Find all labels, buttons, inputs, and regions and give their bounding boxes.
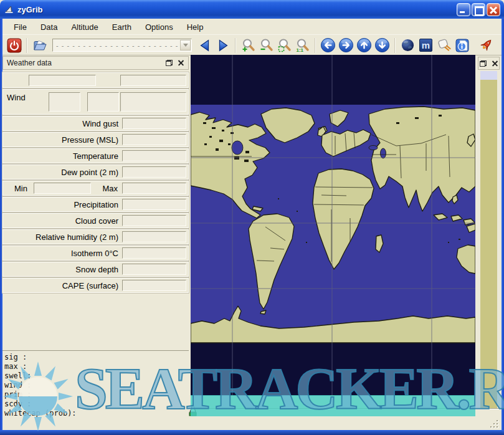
show-globe-button[interactable] [399,37,416,54]
weather-row-label: Snow depth [3,265,118,274]
move-down-button[interactable] [374,37,391,54]
weather-row-label: Cloud cover [3,216,118,226]
weather-value-box [122,118,186,129]
weather-row-precipitation: Precipitation [2,197,189,212]
zoom-actual-size-button[interactable]: 1:1 [294,37,311,54]
close-button[interactable] [487,3,500,16]
max-label: Max [80,184,118,193]
menu-options[interactable]: Options [139,21,179,34]
weather-row-wind: Wind [2,89,189,115]
weather-row-isotherm-0-c: Isotherm 0°C [2,246,189,261]
move-up-button[interactable] [356,37,373,54]
zoom-out-button[interactable] [258,37,275,54]
menu-help[interactable]: Help [181,21,210,34]
combobox-value: - - - - - - - - - - - - - - - - - - - - … [53,42,180,49]
float-panel-icon[interactable] [480,60,487,67]
weather-row-label: Relative humidity (2 m) [3,232,118,242]
weather-row-label: Pressure (MSL) [3,135,118,145]
date-value-box [29,75,96,86]
zoom-out-icon [259,38,274,53]
weather-row-temperature: Temperature [2,148,189,163]
open-file-button[interactable] [31,37,48,54]
circle-arrow-up-icon [356,37,372,53]
weather-row-cloud-cover: Cloud cover [2,213,189,228]
zoom-select-button[interactable] [276,37,293,54]
clear-selection-button[interactable] [435,37,452,54]
weather-row-label: Wind gust [3,119,118,128]
wind-label: Wind [7,93,26,102]
menu-data[interactable]: Data [34,21,64,34]
weather-value-box [122,134,186,145]
weather-value-box [122,247,186,259]
grib-file-combobox[interactable]: - - - - - - - - - - - - - - - - - - - - … [52,39,192,52]
close-panel-icon[interactable] [492,60,498,67]
world-map[interactable] [191,55,475,396]
watermark-text: SEATRACKER.RU [75,360,504,419]
watermark-sun-logo [0,358,76,434]
meteotable-icon: m [419,39,432,52]
right-panel-header [478,57,500,70]
grib-info-button[interactable] [454,37,470,54]
wind-value-box [87,92,119,112]
weather-row-label: Dew point (2 m) [3,168,118,177]
maximize-button[interactable] [472,3,485,16]
combobox-dropdown-button[interactable] [180,40,191,50]
launch-zygrib-site-button[interactable] [477,37,494,54]
eraser-icon [437,38,452,53]
quit-button[interactable] [6,37,22,54]
weather-row-wind-gust: Wind gust [2,116,189,131]
zoom-in-icon [241,38,256,53]
weather-row-label: Isotherm 0°C [3,249,118,258]
power-icon [7,38,22,53]
app-icon [4,4,14,14]
weather-value-box [122,199,186,210]
menu-bar: FileDataAltitudeEarthOptionsHelp [2,19,502,35]
chevron-down-icon [183,44,188,49]
weather-row-label: Precipitation [3,200,118,209]
menu-altitude[interactable]: Altitude [65,21,104,34]
weather-row-dates [2,72,189,88]
move-right-button[interactable] [338,37,354,54]
close-panel-icon[interactable] [178,60,184,67]
toolbar: - - - - - - - - - - - - - - - - - - - - … [2,36,502,55]
zoom-selection-icon [277,38,292,53]
move-left-button[interactable] [320,37,336,54]
weather-row-label: Temperature [3,151,118,161]
minimize-button[interactable] [457,3,470,16]
title-bar[interactable]: zyGrib [0,0,504,19]
arrow-right-triangle-icon [216,39,230,52]
rocket-icon [478,37,494,54]
open-folder-icon [32,38,47,53]
menu-file[interactable]: File [7,21,33,34]
weather-value-box [122,231,186,242]
globe-icon [401,38,415,52]
weather-value-box [122,166,186,178]
zoom-one-to-one-icon: 1:1 [295,38,310,53]
float-panel-icon[interactable] [166,60,173,66]
toolbar-separator [26,38,27,53]
circle-arrow-right-icon [338,37,354,53]
date-value-box [120,75,186,86]
max-value-box [122,183,186,194]
date-strip [480,71,497,80]
svg-text:1:1: 1:1 [296,47,303,53]
weather-row-relative-humidity-2-m: Relative humidity (2 m) [2,229,189,244]
zoom-in-button[interactable] [240,37,257,54]
circle-arrow-down-icon [374,37,390,53]
weather-value-box [122,280,186,291]
wind-value-box [49,92,80,112]
meteotable-button[interactable]: m [417,37,434,54]
weather-data-panel: Weather data WindWind gustPressure (MSL)… [2,56,189,350]
previous-timestep-button[interactable] [196,37,213,54]
weather-row-snow-depth: Snow depth [2,262,189,277]
toolbar-separator [315,38,316,53]
weather-row-dew-point-2-m: Dew point (2 m) [2,165,189,179]
weather-row-cape-surface: CAPE (surface) [2,278,189,293]
weather-panel-title: Weather data [7,59,166,67]
next-timestep-button[interactable] [214,37,231,54]
arrow-left-triangle-icon [198,39,212,52]
menu-earth[interactable]: Earth [106,21,138,34]
zygrib-window: zyGrib FileDataAltitudeEarthOptionsHelp [0,0,504,435]
weather-row-pressure-msl: Pressure (MSL) [2,132,189,147]
min-label: Min [14,184,27,193]
